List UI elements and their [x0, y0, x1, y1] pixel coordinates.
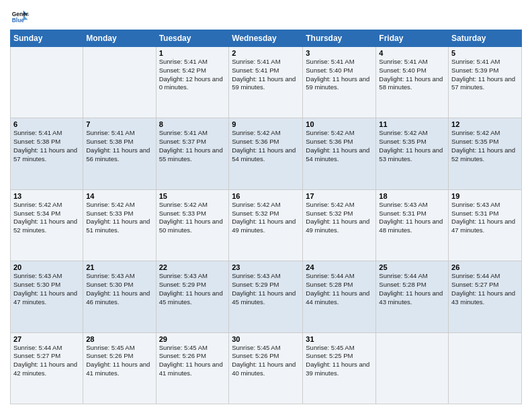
- day-number: 22: [159, 263, 226, 271]
- day-number: 5: [451, 49, 519, 57]
- day-header-monday: Monday: [83, 30, 156, 47]
- day-header-thursday: Thursday: [303, 30, 376, 47]
- day-number: 9: [232, 120, 300, 128]
- day-detail: Sunrise: 5:42 AM Sunset: 5:36 PM Dayligh…: [232, 129, 300, 163]
- day-number: 20: [13, 263, 80, 271]
- day-detail: Sunrise: 5:42 AM Sunset: 5:33 PM Dayligh…: [86, 201, 152, 235]
- logo-icon: General Blue: [10, 7, 29, 26]
- day-number: 8: [159, 120, 226, 128]
- calendar-cell: 17Sunrise: 5:42 AM Sunset: 5:32 PM Dayli…: [303, 189, 376, 261]
- day-detail: Sunrise: 5:41 AM Sunset: 5:38 PM Dayligh…: [13, 129, 80, 163]
- calendar-cell: 3Sunrise: 5:41 AM Sunset: 5:40 PM Daylig…: [303, 47, 376, 118]
- day-detail: Sunrise: 5:43 AM Sunset: 5:29 PM Dayligh…: [159, 272, 226, 306]
- calendar-header-row: SundayMondayTuesdayWednesdayThursdayFrid…: [11, 30, 522, 47]
- day-detail: Sunrise: 5:44 AM Sunset: 5:27 PM Dayligh…: [13, 344, 80, 378]
- day-detail: Sunrise: 5:43 AM Sunset: 5:30 PM Dayligh…: [13, 272, 80, 306]
- day-number: 6: [13, 120, 80, 128]
- calendar-cell: 10Sunrise: 5:42 AM Sunset: 5:36 PM Dayli…: [303, 118, 376, 189]
- day-detail: Sunrise: 5:44 AM Sunset: 5:28 PM Dayligh…: [306, 272, 373, 306]
- calendar-cell: 25Sunrise: 5:44 AM Sunset: 5:28 PM Dayli…: [376, 261, 449, 332]
- calendar-cell: 20Sunrise: 5:43 AM Sunset: 5:30 PM Dayli…: [11, 261, 83, 332]
- day-header-friday: Friday: [376, 30, 449, 47]
- day-number: 24: [306, 263, 373, 271]
- day-number: 29: [159, 335, 226, 343]
- day-header-saturday: Saturday: [449, 30, 522, 47]
- calendar-cell: 7Sunrise: 5:41 AM Sunset: 5:38 PM Daylig…: [83, 118, 156, 189]
- day-detail: Sunrise: 5:42 AM Sunset: 5:33 PM Dayligh…: [159, 201, 226, 235]
- calendar-cell: 15Sunrise: 5:42 AM Sunset: 5:33 PM Dayli…: [156, 189, 229, 261]
- day-detail: Sunrise: 5:41 AM Sunset: 5:41 PM Dayligh…: [232, 58, 300, 92]
- header: General Blue: [10, 7, 522, 26]
- calendar-cell: 29Sunrise: 5:45 AM Sunset: 5:26 PM Dayli…: [156, 332, 229, 404]
- day-header-sunday: Sunday: [11, 30, 83, 47]
- calendar-cell: 21Sunrise: 5:43 AM Sunset: 5:30 PM Dayli…: [83, 261, 156, 332]
- day-detail: Sunrise: 5:45 AM Sunset: 5:26 PM Dayligh…: [232, 344, 300, 378]
- calendar-cell: 19Sunrise: 5:43 AM Sunset: 5:31 PM Dayli…: [449, 189, 522, 261]
- calendar-cell: 2Sunrise: 5:41 AM Sunset: 5:41 PM Daylig…: [229, 47, 303, 118]
- day-detail: Sunrise: 5:45 AM Sunset: 5:25 PM Dayligh…: [306, 344, 373, 378]
- day-number: 3: [306, 49, 373, 57]
- day-number: 31: [306, 335, 373, 343]
- day-detail: Sunrise: 5:44 AM Sunset: 5:28 PM Dayligh…: [379, 272, 445, 306]
- day-detail: Sunrise: 5:42 AM Sunset: 5:32 PM Dayligh…: [232, 201, 300, 235]
- calendar-cell: 27Sunrise: 5:44 AM Sunset: 5:27 PM Dayli…: [11, 332, 83, 404]
- calendar-cell: 30Sunrise: 5:45 AM Sunset: 5:26 PM Dayli…: [229, 332, 303, 404]
- calendar-cell: [83, 47, 156, 118]
- calendar-cell: 6Sunrise: 5:41 AM Sunset: 5:38 PM Daylig…: [11, 118, 83, 189]
- day-header-wednesday: Wednesday: [229, 30, 303, 47]
- day-detail: Sunrise: 5:42 AM Sunset: 5:32 PM Dayligh…: [306, 201, 373, 235]
- calendar-cell: 8Sunrise: 5:41 AM Sunset: 5:37 PM Daylig…: [156, 118, 229, 189]
- calendar-cell: [449, 332, 522, 404]
- day-detail: Sunrise: 5:42 AM Sunset: 5:34 PM Dayligh…: [13, 201, 80, 235]
- calendar-cell: 14Sunrise: 5:42 AM Sunset: 5:33 PM Dayli…: [83, 189, 156, 261]
- day-detail: Sunrise: 5:41 AM Sunset: 5:40 PM Dayligh…: [306, 58, 373, 92]
- page: General Blue SundayMondayTuesdayWednesda…: [0, 0, 532, 411]
- day-number: 14: [86, 192, 152, 200]
- day-number: 19: [451, 192, 519, 200]
- day-number: 21: [86, 263, 152, 271]
- svg-text:Blue: Blue: [12, 17, 24, 24]
- day-number: 4: [379, 49, 445, 57]
- day-number: 28: [86, 335, 152, 343]
- day-number: 13: [13, 192, 80, 200]
- day-number: 16: [232, 192, 300, 200]
- day-detail: Sunrise: 5:44 AM Sunset: 5:27 PM Dayligh…: [451, 272, 519, 306]
- calendar-cell: 4Sunrise: 5:41 AM Sunset: 5:40 PM Daylig…: [376, 47, 449, 118]
- day-number: 7: [86, 120, 152, 128]
- calendar-cell: [11, 47, 83, 118]
- calendar-cell: 12Sunrise: 5:42 AM Sunset: 5:35 PM Dayli…: [449, 118, 522, 189]
- day-number: 17: [306, 192, 373, 200]
- day-detail: Sunrise: 5:41 AM Sunset: 5:40 PM Dayligh…: [379, 58, 445, 92]
- calendar-cell: 18Sunrise: 5:43 AM Sunset: 5:31 PM Dayli…: [376, 189, 449, 261]
- calendar: SundayMondayTuesdayWednesdayThursdayFrid…: [10, 30, 522, 404]
- day-detail: Sunrise: 5:43 AM Sunset: 5:29 PM Dayligh…: [232, 272, 300, 306]
- day-number: 15: [159, 192, 226, 200]
- calendar-cell: 24Sunrise: 5:44 AM Sunset: 5:28 PM Dayli…: [303, 261, 376, 332]
- calendar-week-2: 6Sunrise: 5:41 AM Sunset: 5:38 PM Daylig…: [11, 118, 522, 189]
- day-detail: Sunrise: 5:43 AM Sunset: 5:31 PM Dayligh…: [451, 201, 519, 235]
- day-number: 25: [379, 263, 445, 271]
- calendar-cell: 22Sunrise: 5:43 AM Sunset: 5:29 PM Dayli…: [156, 261, 229, 332]
- day-number: 26: [451, 263, 519, 271]
- calendar-week-5: 27Sunrise: 5:44 AM Sunset: 5:27 PM Dayli…: [11, 332, 522, 404]
- day-detail: Sunrise: 5:42 AM Sunset: 5:35 PM Dayligh…: [379, 129, 445, 163]
- day-detail: Sunrise: 5:41 AM Sunset: 5:42 PM Dayligh…: [159, 58, 226, 92]
- logo: General Blue: [10, 7, 29, 26]
- day-number: 2: [232, 49, 300, 57]
- day-number: 12: [451, 120, 519, 128]
- day-number: 18: [379, 192, 445, 200]
- day-number: 27: [13, 335, 80, 343]
- day-detail: Sunrise: 5:41 AM Sunset: 5:38 PM Dayligh…: [86, 129, 152, 163]
- calendar-cell: 9Sunrise: 5:42 AM Sunset: 5:36 PM Daylig…: [229, 118, 303, 189]
- day-header-tuesday: Tuesday: [156, 30, 229, 47]
- calendar-cell: 31Sunrise: 5:45 AM Sunset: 5:25 PM Dayli…: [303, 332, 376, 404]
- day-number: 23: [232, 263, 300, 271]
- day-detail: Sunrise: 5:41 AM Sunset: 5:39 PM Dayligh…: [451, 58, 519, 92]
- day-number: 11: [379, 120, 445, 128]
- day-detail: Sunrise: 5:45 AM Sunset: 5:26 PM Dayligh…: [159, 344, 226, 378]
- day-detail: Sunrise: 5:43 AM Sunset: 5:30 PM Dayligh…: [86, 272, 152, 306]
- calendar-cell: 16Sunrise: 5:42 AM Sunset: 5:32 PM Dayli…: [229, 189, 303, 261]
- calendar-cell: 13Sunrise: 5:42 AM Sunset: 5:34 PM Dayli…: [11, 189, 83, 261]
- calendar-cell: [376, 332, 449, 404]
- calendar-week-1: 1Sunrise: 5:41 AM Sunset: 5:42 PM Daylig…: [11, 47, 522, 118]
